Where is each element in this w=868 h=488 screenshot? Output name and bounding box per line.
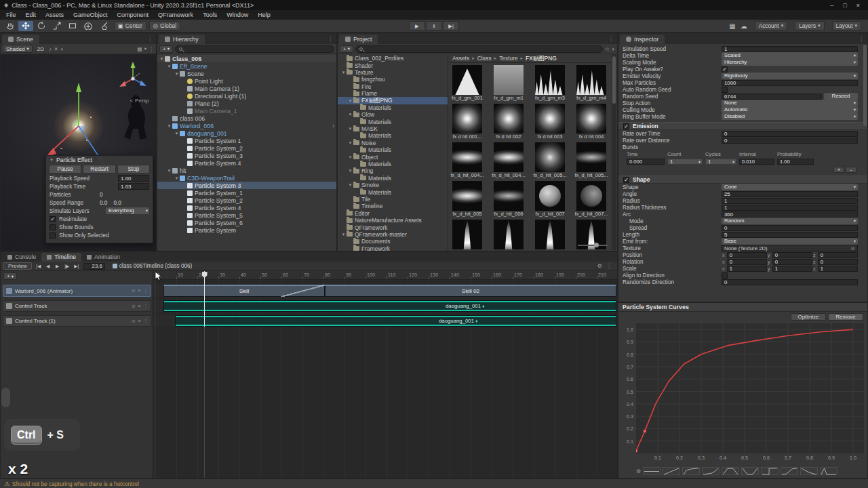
- foldout-icon[interactable]: ▼: [347, 183, 353, 187]
- project-folder-materials[interactable]: Materials: [338, 146, 448, 153]
- foldout-icon[interactable]: ▼: [347, 141, 353, 145]
- breadcrumb-texture[interactable]: Texture: [499, 55, 517, 62]
- clip-skill-02[interactable]: Skill 02: [325, 285, 616, 297]
- asset-item[interactable]: fx d hit 001...: [452, 104, 482, 140]
- hierarchy-item-c3d-weapontrail[interactable]: ▼C3D-WeaponTrail: [157, 174, 336, 182]
- kebab-icon[interactable]: ⋮: [147, 36, 153, 42]
- gear-icon[interactable]: ⚙: [597, 263, 602, 269]
- value-field[interactable]: 6744: [722, 94, 822, 100]
- vector-field[interactable]: 0: [727, 252, 767, 258]
- asset-item[interactable]: fx_d_hit_004...: [494, 142, 524, 179]
- scale-tool[interactable]: [50, 21, 64, 31]
- hierarchy-item-particle-system-1[interactable]: Particle System_1: [157, 189, 336, 197]
- project-folder-fangzhou[interactable]: fangzhou: [338, 76, 448, 83]
- project-folder-materials[interactable]: Materials: [338, 104, 448, 111]
- menu-component[interactable]: Component: [113, 10, 154, 20]
- next-frame-button[interactable]: |▶: [62, 264, 72, 269]
- timeline-lanes[interactable]: 0102030405060708090100110120130140150160…: [153, 271, 617, 478]
- breadcrumb-class[interactable]: Class: [477, 55, 492, 62]
- curve-preset-hill[interactable]: [722, 467, 739, 475]
- stop-button[interactable]: Stop: [117, 165, 150, 174]
- chevron-down-icon[interactable]: ▾: [144, 46, 146, 52]
- value-field[interactable]: 0: [722, 225, 858, 231]
- checkbox-show-only-selected[interactable]: [50, 232, 56, 239]
- bursts-cell[interactable]: 1.00: [777, 159, 814, 165]
- hierarchy-item-scene[interactable]: ▼Scene: [157, 70, 336, 77]
- scene-viewport[interactable]: < Persp ▼ Particle Effect PauseRestartSt…: [1, 54, 156, 251]
- layers-dropdown[interactable]: Layers ▾: [795, 21, 824, 30]
- perspective-label[interactable]: < Persp: [130, 98, 149, 104]
- close-button[interactable]: ×: [856, 2, 860, 9]
- bursts-cell[interactable]: 0.010: [739, 159, 774, 165]
- kebab-icon[interactable]: ⋮: [149, 46, 154, 52]
- hierarchy-item-particle-system-4[interactable]: Particle System 4: [157, 204, 336, 211]
- foldout-icon[interactable]: ▼: [347, 113, 353, 117]
- value-field[interactable]: 360: [722, 211, 858, 218]
- project-folder-glow[interactable]: ▼Glow: [338, 111, 448, 118]
- hierarchy-item-main-camera-1[interactable]: Main Camera (1): [157, 85, 336, 92]
- asset-item[interactable]: fx d hit 004: [576, 104, 606, 140]
- foldout-icon[interactable]: ▼: [166, 169, 172, 173]
- timeline-ruler[interactable]: 0102030405060708090100110120130140150160…: [153, 271, 617, 280]
- project-folder-object[interactable]: ▼Object: [338, 153, 448, 160]
- goto-start-button[interactable]: |◀: [34, 264, 43, 269]
- pivot-toggle-button[interactable]: ▣ Center: [114, 21, 146, 30]
- asset-item[interactable]: fx_d_hit_004...: [452, 142, 482, 179]
- curve-preset-ease-in[interactable]: [702, 467, 719, 475]
- add-track-button[interactable]: + ▾: [3, 272, 17, 280]
- module-header-shape[interactable]: ✓Shape: [618, 176, 867, 184]
- asset-item[interactable]: [494, 220, 524, 251]
- burst-remove-button[interactable]: -: [846, 167, 856, 173]
- vector-field[interactable]: 1: [818, 266, 858, 272]
- menu-gameobject[interactable]: GameObject: [68, 10, 113, 20]
- menu-help[interactable]: Help: [253, 10, 275, 20]
- asset-item[interactable]: fx_d_hit_005...: [576, 142, 606, 179]
- dropdown-field[interactable]: Automatic: [722, 106, 858, 113]
- value-field[interactable]: 1: [722, 46, 858, 52]
- timeline-asset-selector[interactable]: class 006Timeline (class 006): [113, 263, 193, 269]
- vector-field[interactable]: 0: [772, 259, 812, 265]
- inspector-scrollbar[interactable]: [863, 45, 867, 126]
- asset-item[interactable]: fx_d_hit_007...: [576, 181, 606, 218]
- asset-item[interactable]: fx_d_grn_001: [452, 65, 482, 102]
- checkbox[interactable]: ✓: [722, 66, 728, 73]
- dropdown-field[interactable]: Scaled: [722, 52, 858, 59]
- project-folder-fire[interactable]: Fire: [338, 83, 448, 90]
- project-folder-mask[interactable]: ▼MASK: [338, 125, 448, 132]
- checkbox[interactable]: [722, 272, 728, 279]
- menu-assets[interactable]: Assets: [41, 10, 68, 20]
- hierarchy-item-particle-system-3[interactable]: Particle System 3: [157, 182, 336, 189]
- asset-item[interactable]: fx_d_hit_007: [535, 181, 565, 218]
- move-tool[interactable]: [18, 21, 33, 31]
- add-gameobject-button[interactable]: + ▾: [159, 45, 173, 53]
- prev-frame-button[interactable]: ◀: [43, 264, 53, 269]
- foldout-icon[interactable]: ▼: [166, 124, 172, 128]
- curve-preset-rise[interactable]: [663, 467, 680, 475]
- hierarchy-item-particle-system-4[interactable]: Particle System 4: [157, 159, 336, 167]
- hierarchy-search-input[interactable]: [175, 45, 334, 53]
- rect-tool[interactable]: [65, 21, 80, 31]
- orientation-gizmo[interactable]: [114, 58, 152, 96]
- favorites-icon[interactable]: ☆: [605, 46, 610, 52]
- bursts-cell[interactable]: 0.000: [627, 159, 665, 165]
- record-icon[interactable]: ⊙: [132, 288, 135, 293]
- foldout-icon[interactable]: ▼: [166, 64, 172, 68]
- foldout-icon[interactable]: ▼: [174, 131, 180, 136]
- project-folder-naturemanufacture-assets[interactable]: NatureManufacture Assets: [338, 217, 448, 224]
- preview-toggle-button[interactable]: Preview: [3, 262, 32, 270]
- asset-item[interactable]: fx_d_grn_m1: [494, 65, 524, 102]
- maximize-button[interactable]: □: [843, 2, 846, 9]
- foldout-icon[interactable]: ▼: [159, 57, 165, 61]
- audio-toggle-icon[interactable]: ♪: [49, 46, 52, 52]
- curve-preset-ease-out[interactable]: [682, 467, 700, 475]
- module-checkbox[interactable]: ✓: [623, 123, 629, 129]
- project-folder-class-002-profiles[interactable]: Class_002_Profiles: [338, 55, 448, 62]
- minimize-button[interactable]: –: [830, 2, 833, 9]
- vector-field[interactable]: 0: [818, 259, 858, 265]
- kebab-icon[interactable]: ⋮: [144, 288, 149, 293]
- menu-tools[interactable]: Tools: [198, 10, 222, 20]
- asset-item[interactable]: [535, 220, 565, 251]
- project-folder-editor[interactable]: Editor: [338, 210, 448, 217]
- project-folder-materials[interactable]: Materials: [338, 161, 448, 167]
- checkbox-resimulate[interactable]: ✓: [50, 216, 56, 222]
